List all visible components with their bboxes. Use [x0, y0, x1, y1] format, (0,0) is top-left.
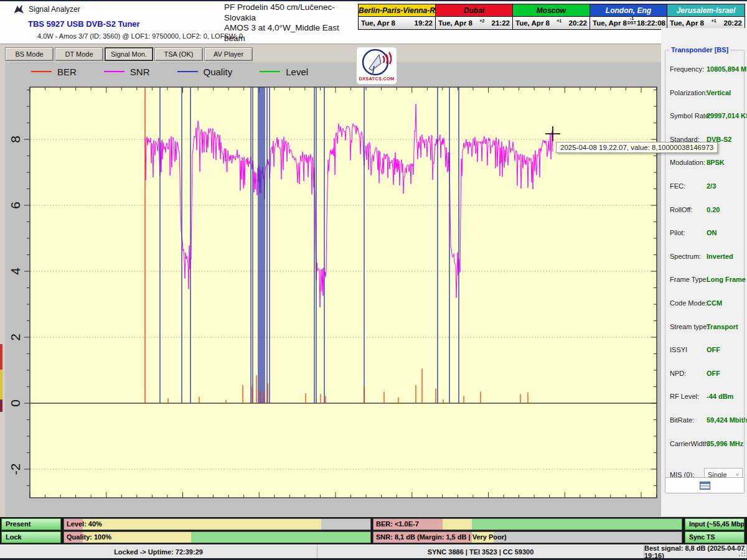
transponder-label: Symbol Rate:: [670, 112, 711, 119]
tuner-title: TBS 5927 USB DVB-S2 Tuner: [28, 19, 140, 29]
transponder-label: FEC:: [670, 182, 685, 190]
legend-label: SNR: [130, 67, 150, 77]
clock-city-label: Dubai: [436, 4, 512, 17]
resize-grip[interactable]: [738, 549, 746, 558]
clock-time-row: Tue, Apr 8-1DST18:22:08: [590, 17, 667, 29]
legend-swatch: [104, 71, 125, 72]
transponder-row-symbol-rate-: Symbol Rate:29997,014 KS/s: [665, 112, 745, 122]
transponder-row-modulation-: Modulation:8PSK: [665, 159, 745, 169]
progress-label: Level: 40%: [67, 520, 102, 528]
clock-time-row: Tue, Apr 8+221:22: [436, 17, 512, 29]
legend-label: BER: [57, 67, 77, 77]
ber-progress-bar: BER: <1.0E-7: [373, 518, 682, 530]
progress-segment: [472, 519, 682, 530]
transponder-label: RollOff:: [670, 206, 692, 213]
transponder-value: Transport: [707, 323, 738, 330]
chart-canvas[interactable]: 86420-2: [5, 62, 661, 516]
transponder-label: Stream type:: [670, 323, 708, 330]
lock-indicator[interactable]: Lock: [1, 531, 61, 543]
transponder-row-code-mode-: Code Mode:CCM: [665, 299, 745, 309]
transponder-value: 35,996 MHz: [707, 440, 743, 447]
signal-chart[interactable]: 86420-2 BERSNRQualityLevel 2025-04-08 19…: [5, 62, 661, 516]
svg-text:8: 8: [8, 136, 22, 143]
transponder-row-fec-: FEC:2/3: [665, 182, 745, 192]
svg-text:-2: -2: [8, 464, 22, 475]
quality-progress-bar: Quality: 100%: [63, 531, 371, 543]
edge-sliver-maroon: [0, 399, 2, 412]
clock-moscow: MoscowTue, Apr 8+120:22: [513, 4, 590, 29]
transponder-label: Polarization:: [670, 89, 708, 96]
transponder-value: 59,424 Mbit/s: [707, 416, 747, 424]
site-line-1: PF Prodelin 450 cm/Lučenec-Slovakia: [224, 2, 358, 23]
clock-london-eng: London, EngTue, Apr 8-1DST18:22:08: [590, 4, 667, 29]
mode-tabs: BS ModeDT ModeSignal Mon.TSA (OK)AV Play…: [5, 47, 253, 61]
tab-signal-mon-[interactable]: Signal Mon.: [105, 47, 153, 61]
transponder-row-stream-type-: Stream type:Transport: [665, 323, 745, 333]
transponder-value: Inverted: [707, 253, 733, 260]
transponder-row-polarization-: Polarization:Vertical: [665, 89, 745, 99]
level-progress-bar: Level: 40%: [63, 518, 371, 530]
transponder-row-spectrum-: Spectrum:Inverted: [665, 253, 745, 263]
progress-label: Quality: 100%: [67, 533, 111, 541]
transponder-value: Long Frame: [707, 276, 746, 283]
present-indicator[interactable]: Present: [1, 518, 61, 530]
status-sync-counters: SYNC 3886 | TEI 3523 | CC 59300: [317, 545, 644, 558]
transponder-label: CarrierWidth:: [670, 440, 710, 447]
transponder-label: Frame Type:: [670, 276, 708, 283]
status-best-signal: Best signal: 8,8 dB (2025-04-07 19:16): [644, 545, 747, 558]
clock-time-row: Tue, Apr 8+120:22: [667, 17, 745, 29]
transponder-label: Modulation:: [670, 159, 705, 166]
tab-bs-mode[interactable]: BS Mode: [5, 47, 54, 61]
legend-label: Quality: [204, 67, 233, 77]
world-clocks: Berlin-Paris-Vienna-RomaTue, Apr 819:22D…: [358, 4, 745, 30]
signal-analyzer-window: Signal Analyzer TBS 5927 USB DVB-S2 Tune…: [0, 0, 747, 560]
progress-segment: [443, 519, 472, 530]
transponder-row-frame-type-: Frame Type:Long Frame: [665, 276, 745, 286]
app-icon: [14, 4, 24, 14]
legend-swatch: [260, 71, 280, 72]
legend-label: Level: [286, 67, 308, 77]
transponder-value: OFF: [707, 346, 720, 353]
transponder-value: CCM: [707, 299, 722, 307]
ts-record-button[interactable]: [665, 477, 745, 493]
logo-text: DXSATCS.COM: [359, 76, 394, 82]
transponder-title: Transponder [BS]: [669, 46, 730, 54]
tab-dt-mode[interactable]: DT Mode: [55, 47, 103, 61]
transponder-label: BitRate:: [670, 416, 694, 424]
transponder-value: 0.20: [707, 206, 720, 213]
transponder-value: 2/3: [707, 182, 716, 190]
transponder-row-issyi: ISSYIOFF: [665, 346, 745, 356]
progress-label: SNR: 8,1 dB (Margin: 1,5 dB | Very Poor): [376, 533, 507, 541]
transponder-label: Pilot:: [670, 229, 685, 236]
clock-city-label: Berlin-Paris-Vienna-Roma: [359, 4, 435, 17]
titlebar: Signal Analyzer: [14, 4, 80, 14]
satellite-dish-icon: [360, 47, 393, 77]
clock-dubai: DubaiTue, Apr 8+221:22: [436, 4, 513, 29]
clock-city-label: London, Eng: [590, 4, 667, 17]
progress-label: BER: <1.0E-7: [376, 520, 419, 528]
clock-jerusalem-israel: Jerusalem-IsraelTue, Apr 8+120:22: [667, 4, 745, 29]
sync-ts-button[interactable]: Sync TS: [685, 531, 745, 543]
transponder-value: 8PSK: [707, 159, 725, 166]
transponder-value: OFF: [707, 370, 720, 377]
clock-city-label: Moscow: [513, 4, 590, 17]
transponder-row-rf-level-: RF Level:-44 dBm: [665, 393, 745, 403]
transponder-value: -44 dBm: [707, 393, 733, 400]
input-mbps--button[interactable]: Input (~55,45 Mbps): [685, 518, 745, 530]
svg-text:2: 2: [8, 334, 22, 341]
transponder-value: 10805,894 MHz: [707, 65, 747, 73]
transponder-row-carrierwidth-: CarrierWidth:35,996 MHz: [665, 440, 745, 450]
transponder-row-rolloff-: RollOff:0.20: [665, 206, 745, 216]
transponder-panel: Transponder [BS] Frequency:10805,894 MHz…: [661, 28, 747, 516]
transponder-groupbox: Transponder [BS] Frequency:10805,894 MHz…: [665, 50, 745, 493]
transponder-label: Frequency:: [670, 65, 704, 73]
dxsatcs-logo: DXSATCS.COM: [356, 47, 397, 85]
clock-time-row: Tue, Apr 819:22: [359, 17, 435, 29]
tab-av-player[interactable]: AV Player: [204, 47, 253, 61]
transponder-label: Code Mode:: [670, 299, 707, 307]
status-bar: Locked -> Uptime: 72:39:29 SYNC 3886 | T…: [0, 544, 747, 558]
clock-city-label: Jerusalem-Israel: [667, 4, 745, 17]
tuner-subtitle: 4.0W - Amos 3/7 (ID: 3560) @ LOF1: 97500…: [37, 32, 243, 40]
transponder-row-pilot-: Pilot:ON: [665, 229, 745, 239]
tab-tsa-ok-[interactable]: TSA (OK): [154, 47, 203, 61]
